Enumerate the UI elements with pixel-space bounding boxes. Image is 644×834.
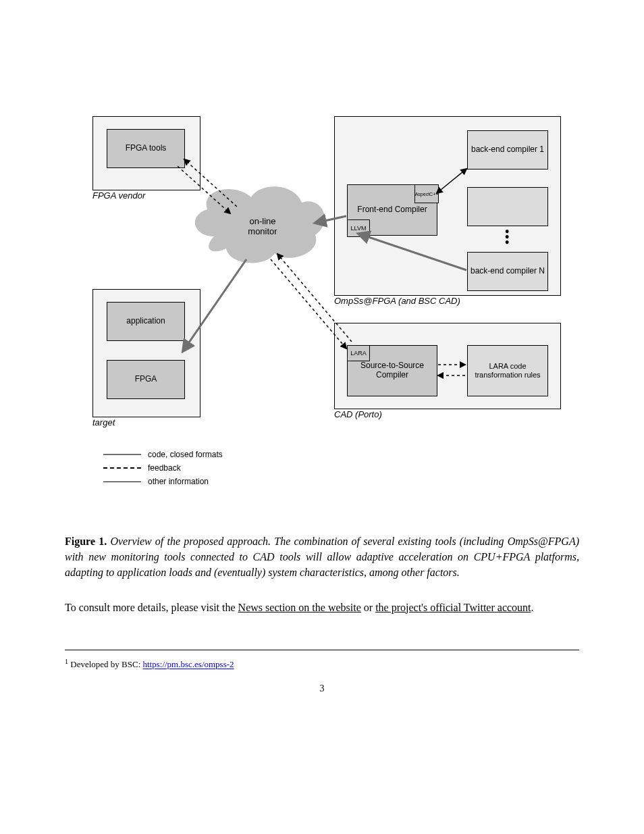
footnote: 1 Developed by BSC: https://pm.bsc.es/om… (65, 657, 579, 671)
caption-lead: Figure 1. (65, 536, 107, 547)
node-application: application (107, 302, 185, 341)
body-t2: or (361, 602, 375, 613)
label-cloud: on-line monitor (229, 216, 296, 236)
legend-row-thin: other information (103, 477, 223, 486)
label-lara: CAD (Porto) (334, 409, 382, 419)
port-lara: LARA (347, 345, 370, 361)
legend-row-dashed: feedback (103, 463, 223, 473)
caption-text: Overview of the proposed approach. The c… (65, 536, 579, 578)
panel-target: application FPGA (92, 289, 200, 417)
label-fpga-vendor: FPGA vendor (92, 190, 145, 201)
panel-lara: Source-to-Source Compiler LARA LARA code… (334, 323, 561, 409)
footnote-rule (65, 650, 579, 650)
legend: code, closed formats feedback other info… (103, 450, 223, 490)
port-llvm: LLVM (347, 219, 370, 237)
body-t1: To consult more details, please visit th… (65, 602, 238, 613)
label-cad: OmpSs@FPGA (and BSC CAD) (334, 296, 460, 306)
legend-text-solid: code, closed formats (148, 450, 223, 459)
node-lara-rules: LARA code transformation rules (467, 345, 548, 396)
label-target: target (92, 417, 115, 427)
legend-text-thin: other information (148, 477, 209, 486)
body-t3: . (531, 602, 534, 613)
ellipsis-icon: ••• (505, 229, 510, 245)
figure-caption: Figure 1. Overview of the proposed appro… (65, 533, 579, 581)
node-backend-mid (467, 187, 548, 226)
port-aspectc: AspectC++ (414, 184, 439, 203)
panel-fpga-vendor: FPGA tools (92, 116, 200, 190)
footnote-link[interactable]: https://pm.bsc.es/ompss-2 (143, 660, 234, 670)
footnote-text: Developed by BSC: (70, 660, 142, 670)
footnote-marker: 1 (65, 658, 68, 665)
node-fpga-tools: FPGA tools (107, 129, 185, 168)
link-news[interactable]: News section on the website (238, 602, 361, 613)
body-paragraph: To consult more details, please visit th… (65, 600, 579, 617)
node-backend-n: back-end compiler N (467, 252, 548, 291)
legend-text-dashed: feedback (148, 463, 181, 473)
legend-row-solid: code, closed formats (103, 450, 223, 459)
figure-architecture: FPGA tools FPGA vendor application FPGA … (79, 108, 565, 432)
link-twitter[interactable]: the project's official Twitter account (375, 602, 531, 613)
node-fpga: FPGA (107, 360, 185, 399)
panel-cad: Front-end Compiler AspectC++ LLVM back-e… (334, 116, 561, 296)
page-number: 3 (65, 683, 579, 694)
node-backend-1: back-end compiler 1 (467, 130, 548, 170)
